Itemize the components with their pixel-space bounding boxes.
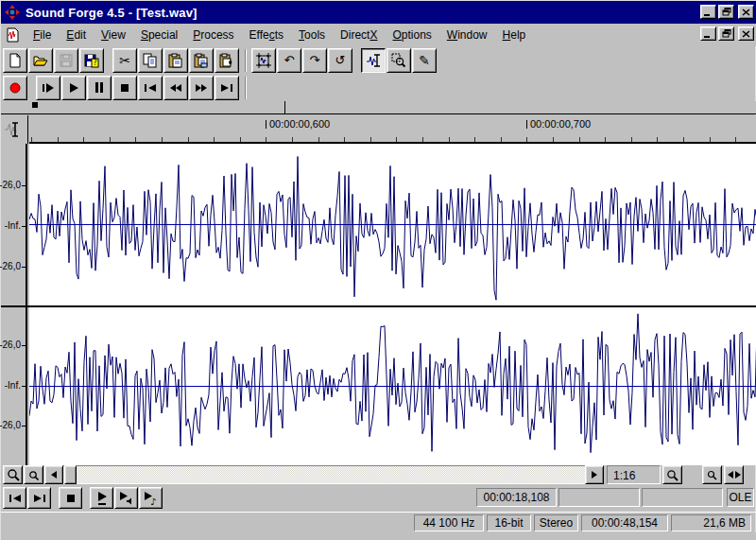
play-button[interactable] (61, 76, 86, 100)
overview-bar[interactable] (1, 101, 756, 114)
magnify-tool-button[interactable] (387, 48, 411, 73)
open-file-button[interactable] (28, 48, 53, 73)
zoom-out-button[interactable] (3, 465, 23, 484)
restore-button[interactable] (718, 5, 734, 19)
file-length-display: 00:00:48,154 (581, 514, 668, 531)
playbar-play-plug-button[interactable] (114, 487, 138, 509)
ruler-time-mark: 00:00:00,600 (266, 118, 330, 131)
zoom-in-button[interactable] (24, 465, 43, 484)
undo-icon: ↶ (284, 54, 295, 66)
level-tick (22, 426, 26, 427)
minimize-button[interactable] (700, 5, 716, 19)
overview-view-region[interactable] (32, 102, 38, 108)
trim-icon (256, 53, 271, 68)
paste-button[interactable] (163, 48, 188, 73)
pencil-icon: ✎ (419, 54, 430, 67)
scroll-zoom-row: 1:16 (1, 465, 756, 485)
selection-end-display (642, 488, 723, 507)
title-bar[interactable]: Sound Forge 4.5 - [Test.wav] (1, 1, 756, 24)
waveform-channel-2[interactable] (29, 307, 756, 465)
forward-button[interactable] (189, 76, 214, 100)
playbar-go-end-button[interactable] (27, 487, 51, 509)
level-ruler-ch2[interactable]: -26,0-Inf.-26,0 (1, 307, 27, 465)
menu-help[interactable]: Help (495, 26, 534, 44)
waveform-plot (29, 307, 756, 465)
h-scrollbar-track[interactable] (63, 465, 585, 484)
copy-icon (143, 53, 158, 68)
pencil-tool-button[interactable]: ✎ (412, 48, 437, 73)
pause-button[interactable] (87, 76, 112, 100)
menu-window[interactable]: Window (439, 26, 495, 44)
menu-file[interactable]: File (26, 26, 59, 44)
ruler-time-mark: 00:00:00,700 (526, 118, 591, 131)
level-label: -26,0 (0, 261, 21, 271)
menu-effects[interactable]: Effects (242, 26, 291, 44)
edit-tool-selector[interactable] (1, 115, 28, 144)
copy-button[interactable] (138, 48, 163, 73)
paste-mix-button[interactable] (189, 48, 214, 73)
level-label: -Inf. (5, 220, 21, 231)
playbar-go-start-button[interactable] (3, 487, 26, 509)
app-icon (5, 5, 20, 20)
stop-button[interactable] (112, 76, 137, 100)
repeat-icon: ↺ (335, 54, 346, 66)
record-button[interactable] (3, 76, 27, 100)
window-bottom-edge (1, 532, 756, 540)
close-button[interactable] (738, 5, 754, 19)
audio-waveform (29, 314, 756, 453)
playbar-play-normal-button[interactable] (90, 487, 113, 509)
paste-icon (168, 53, 183, 68)
rewind-button[interactable] (163, 76, 188, 100)
minimize-button[interactable] (700, 26, 716, 41)
menu-special[interactable]: Special (133, 26, 185, 44)
open-icon (33, 53, 48, 68)
restore-button[interactable] (718, 26, 734, 41)
document-icon[interactable] (6, 27, 20, 43)
repeat-button[interactable]: ↺ (328, 48, 352, 73)
zoom-selection-button[interactable] (724, 465, 744, 484)
go-to-end-button[interactable] (215, 76, 239, 100)
waveform-channel-1[interactable] (29, 144, 756, 305)
rewind-icon (169, 83, 182, 93)
file-size-display: 21,6 MB (671, 514, 751, 531)
save-icon (59, 53, 74, 68)
h-scrollbar-thumb[interactable] (64, 465, 77, 484)
trim-crop-button[interactable] (251, 48, 276, 73)
playbar-play-note-button[interactable]: ♪ (139, 487, 163, 509)
play-all-button[interactable] (36, 76, 60, 100)
menu-view[interactable]: View (94, 26, 133, 44)
save-as-button[interactable]: ? (79, 48, 104, 73)
menu-directx[interactable]: DirectX (333, 26, 385, 44)
playbar-stop-button[interactable] (59, 487, 82, 509)
undo-button[interactable]: ↶ (277, 48, 301, 73)
level-tick (22, 267, 26, 268)
new-file-button[interactable] (3, 48, 27, 73)
sample-rate-display: 44 100 Hz (414, 514, 484, 531)
window-title: Sound Forge 4.5 - [Test.wav] (26, 6, 198, 20)
cut-button[interactable]: ✂ (112, 48, 137, 73)
play-bar: ♪ 00:00:18,108 OLE (1, 485, 756, 512)
status-bar: 44 100 Hz 16-bit Stereo 00:00:48,154 21,… (1, 512, 756, 532)
close-button[interactable] (738, 26, 754, 41)
zoom-window-button[interactable] (702, 465, 722, 484)
level-label: -Inf. (5, 380, 21, 391)
edit-tool-button[interactable] (361, 48, 386, 73)
scroll-left-button[interactable] (44, 465, 63, 484)
go-to-start-button[interactable] (138, 76, 163, 100)
new-icon (8, 53, 23, 68)
time-ruler[interactable]: 00:00:00,60000:00:00,700 (29, 115, 756, 144)
menu-options[interactable]: Options (385, 26, 438, 44)
record-icon (8, 80, 23, 96)
menu-process[interactable]: Process (185, 26, 241, 44)
save-file-button[interactable] (54, 48, 78, 73)
redo-button[interactable]: ↷ (302, 48, 327, 73)
level-ruler-ch1[interactable]: -26,0-Inf.-26,0 (1, 144, 27, 305)
scroll-right-button[interactable] (585, 465, 604, 484)
menu-edit[interactable]: Edit (59, 26, 94, 44)
paste-to-new-button[interactable] (215, 48, 239, 73)
bit-depth-display: 16-bit (487, 514, 531, 531)
stop-icon (120, 83, 129, 93)
menu-tools[interactable]: Tools (291, 26, 333, 44)
zoom-normal-button[interactable] (662, 465, 682, 484)
ole-status-badge: OLE (727, 488, 754, 507)
